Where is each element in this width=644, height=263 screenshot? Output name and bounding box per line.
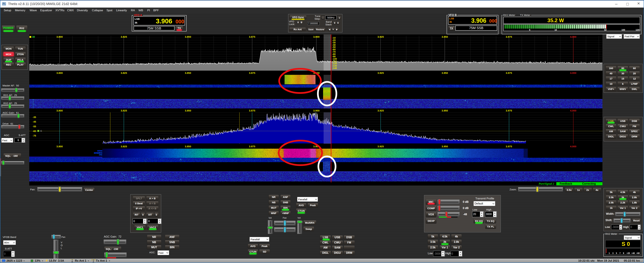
svg-text:3.800: 3.800: [56, 109, 63, 112]
svg-text:-55: -55: [33, 125, 36, 128]
svg-text:3.925: 3.925: [378, 71, 384, 74]
svg-text:Correcting: Correcting: [582, 182, 596, 185]
svg-text:-35: -35: [33, 116, 36, 119]
svg-text:Feedback: Feedback: [560, 182, 572, 185]
svg-text:3.800: 3.800: [56, 145, 63, 148]
svg-text:3.875: 3.875: [249, 35, 255, 38]
svg-text:3.850: 3.850: [185, 71, 191, 74]
svg-text:3.825: 3.825: [121, 145, 127, 148]
svg-text:3.950: 3.950: [442, 145, 448, 148]
svg-text:3.850: 3.850: [185, 35, 191, 38]
svg-text:3.800: 3.800: [56, 71, 63, 74]
svg-text:3.825: 3.825: [121, 71, 127, 74]
svg-text:3.875: 3.875: [249, 145, 255, 148]
svg-text:-45: -45: [33, 120, 36, 123]
svg-text:3.975: 3.975: [506, 109, 512, 112]
svg-text:3.950: 3.950: [442, 71, 448, 74]
svg-text:3.975: 3.975: [506, 35, 512, 38]
svg-text:3.900: 3.900: [313, 35, 320, 38]
svg-text:4.000: 4.000: [570, 145, 576, 148]
svg-text:3.925: 3.925: [378, 35, 384, 38]
svg-text:-G: -G: [40, 130, 42, 132]
svg-text:4.000: 4.000: [570, 71, 576, 74]
svg-text:3.850: 3.850: [185, 145, 191, 148]
svg-text:-75: -75: [33, 134, 36, 137]
svg-text:3.875: 3.875: [249, 109, 255, 112]
svg-text:3.825: 3.825: [121, 35, 127, 38]
svg-text:3.900: 3.900: [313, 109, 320, 112]
svg-text:3.925: 3.925: [378, 145, 384, 148]
svg-text:3.950: 3.950: [442, 35, 448, 38]
svg-text:3.975: 3.975: [506, 71, 512, 74]
svg-text:3.975: 3.975: [506, 145, 512, 148]
svg-text:3.850: 3.850: [185, 109, 191, 112]
svg-text:PureSignal 2: PureSignal 2: [538, 182, 554, 185]
svg-text:3.800: 3.800: [56, 35, 63, 38]
svg-text:4.000: 4.000: [570, 109, 576, 112]
svg-text:3.950: 3.950: [442, 109, 448, 112]
svg-text:3.825: 3.825: [121, 109, 127, 112]
svg-text:3.875: 3.875: [249, 71, 255, 74]
svg-text:3.925: 3.925: [378, 109, 384, 112]
svg-text:-65: -65: [33, 130, 36, 133]
svg-text:4.000: 4.000: [570, 35, 576, 38]
svg-text:-140: -140: [332, 67, 337, 69]
svg-text:30: 30: [32, 35, 35, 38]
